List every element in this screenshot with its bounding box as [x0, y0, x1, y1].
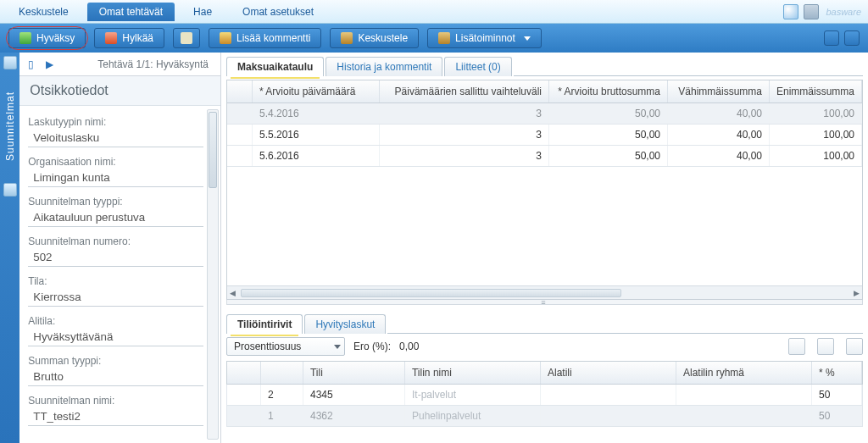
table-row[interactable]: 2 4345 It-palvelut 50	[226, 385, 863, 406]
col-subaccount-group[interactable]: Alatilin ryhmä	[676, 362, 812, 384]
col-estimated-gross[interactable]: * Arvioitu bruttosumma	[549, 80, 668, 102]
layout-button-2[interactable]	[844, 30, 860, 46]
col-row-handle	[227, 362, 261, 384]
cell-range: 3	[380, 146, 549, 166]
reject-button[interactable]: Hylkää	[94, 28, 164, 48]
table-row[interactable]: 5.5.2016 3 50,00 40,00 100,00	[227, 125, 862, 146]
plan-type-label: Suunnitelman tyyppi:	[28, 196, 203, 208]
cell-index: 1	[261, 406, 303, 426]
plan-name-field[interactable]	[28, 408, 203, 426]
status-label: Tila:	[28, 275, 203, 287]
plan-type-field[interactable]	[28, 209, 203, 227]
scroll-right-icon[interactable]: ▶	[850, 289, 862, 297]
discuss-button[interactable]: Keskustele	[330, 28, 419, 48]
more-label: Lisätoiminnot	[455, 32, 515, 44]
scroll-left-icon[interactable]: ◀	[227, 289, 239, 297]
cell-gross: 50,00	[549, 103, 668, 124]
status-field[interactable]	[28, 289, 203, 307]
task-list-icon[interactable]: ▯	[23, 57, 38, 72]
grid-tool-2[interactable]	[817, 338, 834, 355]
col-min-sum[interactable]: Vähimmäissumma	[668, 80, 770, 102]
table-row[interactable]: 1 4362 Puhelinpalvelut 50	[226, 406, 863, 427]
cell-subaccount	[541, 385, 676, 405]
col-account-name[interactable]: Tilin nimi	[405, 362, 541, 384]
col-account[interactable]: Tili	[303, 362, 405, 384]
cell-max: 100,00	[770, 103, 862, 124]
diff-label: Ero (%):	[353, 341, 391, 352]
cell-date: 5.5.2016	[253, 125, 380, 145]
invoice-type-field[interactable]	[28, 130, 203, 147]
discuss-label: Keskustele	[358, 32, 408, 44]
substatus-label: Alitila:	[28, 315, 203, 327]
cell-max: 100,00	[770, 125, 862, 145]
accounting-grid-body: 2 4345 It-palvelut 50 1 4362 Puhelinpalv…	[226, 385, 863, 427]
add-comment-label: Lisää kommentti	[236, 32, 310, 44]
more-actions-button[interactable]: Lisätoiminnot	[427, 28, 542, 48]
task-nav-bar: ▯ ▶ Tehtävä 1/1: Hyväksyntä	[19, 53, 220, 76]
grid-tool-1[interactable]	[788, 338, 805, 355]
cell-account: 4362	[303, 406, 405, 426]
schedule-grid-header: * Arvioitu päivämäärä Päivämäärien salli…	[227, 80, 862, 103]
cell-subaccount-group	[676, 406, 812, 426]
grid-tool-3[interactable]	[846, 338, 863, 355]
percentage-toolbar: Prosenttiosuus Ero (%): 0,00	[226, 337, 863, 356]
upper-tabstrip: Maksuaikataulu Historia ja kommentit Lii…	[226, 56, 863, 76]
cell-min: 40,00	[668, 103, 770, 124]
invoice-type-label: Laskutyypin nimi:	[28, 116, 203, 128]
scroll-thumb[interactable]	[241, 289, 621, 297]
rail-plans-icon[interactable]	[3, 56, 17, 69]
cell-min: 40,00	[668, 125, 770, 145]
cell-index: 2	[261, 385, 303, 405]
rail-secondary-icon[interactable]	[3, 183, 17, 197]
sum-type-label: Summan tyyppi:	[28, 355, 203, 367]
cell-account-name: It-palvelut	[405, 385, 541, 405]
tab-chat[interactable]: Keskustele	[7, 3, 81, 21]
cell-min: 40,00	[668, 146, 770, 166]
task-next-icon[interactable]: ▶	[42, 57, 57, 72]
approve-button[interactable]: Hyväksy	[8, 28, 86, 48]
reject-icon	[105, 32, 117, 44]
col-date-range[interactable]: Päivämäärien sallittu vaihteluväli	[380, 80, 549, 102]
tab-credit-notes[interactable]: Hyvityslaskut	[304, 314, 386, 334]
pin-icon	[181, 32, 192, 44]
tab-history-comments[interactable]: Historia ja kommentit	[326, 57, 442, 76]
org-field[interactable]	[28, 169, 203, 187]
plan-name-label: Suunnitelman nimi:	[28, 395, 203, 407]
substatus-field[interactable]	[28, 329, 203, 346]
tab-accounting-rows[interactable]: Tiliöintirivit	[226, 314, 303, 334]
tab-my-settings[interactable]: Omat asetukset	[231, 3, 326, 21]
sidebar-scroll-thumb[interactable]	[209, 112, 217, 188]
grid-resize-handle[interactable]: ≡	[226, 300, 863, 305]
rail-plans-label[interactable]: Suunnitelmat	[4, 85, 16, 168]
percentage-select[interactable]: Prosenttiosuus	[226, 337, 345, 356]
approve-icon	[19, 32, 31, 44]
col-percent[interactable]: * %	[812, 362, 862, 384]
tab-payment-schedule[interactable]: Maksuaikataulu	[226, 57, 324, 76]
pin-button[interactable]	[173, 28, 200, 48]
schedule-grid-body: 5.4.2016 3 50,00 40,00 100,00 5.5.2016 3…	[227, 103, 862, 285]
reject-label: Hylkää	[122, 32, 153, 44]
right-panel: Maksuaikataulu Historia ja kommentit Lii…	[221, 53, 868, 443]
col-subaccount[interactable]: Alatili	[541, 362, 676, 384]
cell-percent: 50	[812, 385, 862, 405]
col-estimated-date[interactable]: * Arvioitu päivämäärä	[253, 80, 380, 102]
settings-gear-icon[interactable]	[804, 4, 819, 19]
brand-logo: basware	[826, 7, 861, 17]
action-toolbar: Hyväksy Hylkää Lisää kommentti Keskustel…	[0, 24, 868, 53]
add-comment-button[interactable]: Lisää kommentti	[209, 28, 321, 48]
table-row[interactable]: 5.4.2016 3 50,00 40,00 100,00	[227, 103, 862, 125]
tab-attachments[interactable]: Liitteet (0)	[444, 57, 511, 76]
accounting-grid-header: Tili Tilin nimi Alatili Alatilin ryhmä *…	[226, 361, 863, 385]
tab-my-tasks[interactable]: Omat tehtävät	[87, 3, 175, 21]
table-row[interactable]: 5.6.2016 3 50,00 40,00 100,00	[227, 146, 862, 167]
chat-icon	[341, 32, 353, 44]
tab-search[interactable]: Hae	[181, 3, 224, 21]
chevron-down-icon	[524, 36, 531, 41]
cell-account-name: Puhelinpalvelut	[405, 406, 541, 426]
info-icon[interactable]	[783, 4, 798, 19]
plan-number-field[interactable]	[28, 249, 203, 267]
layout-button-1[interactable]	[824, 30, 839, 46]
sum-type-field[interactable]	[28, 368, 203, 386]
col-max-sum[interactable]: Enimmäissumma	[770, 80, 862, 102]
sidebar-scrollbar[interactable]	[207, 109, 219, 440]
